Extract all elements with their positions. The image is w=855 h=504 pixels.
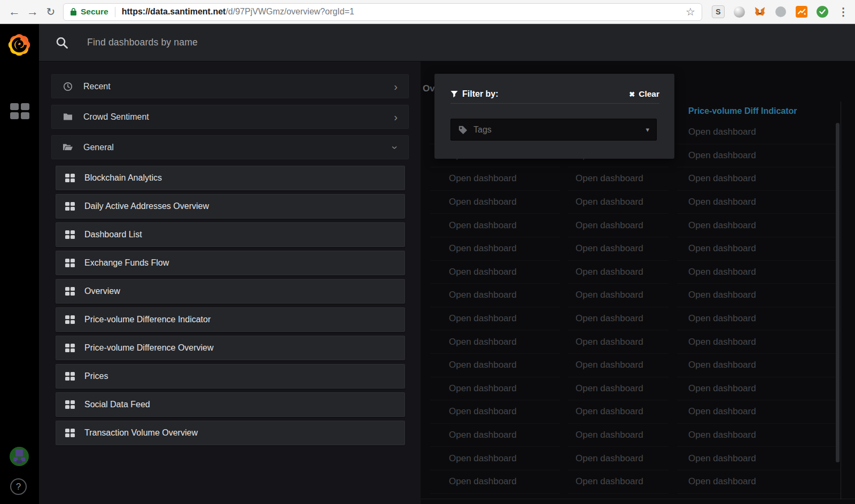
dashboard-list-item[interactable]: Daily Active Addresses Overview: [56, 194, 405, 219]
dashboard-grid-icon: [65, 372, 75, 381]
open-dashboard-link[interactable]: Open dashboard: [677, 307, 841, 331]
search-input[interactable]: Find dashboards by name: [87, 37, 198, 48]
open-dashboard-link[interactable]: Open dashboard: [677, 377, 841, 401]
open-dashboard-link[interactable]: Open dashboard: [430, 284, 560, 307]
open-dashboard-link[interactable]: Open dashboard: [430, 377, 560, 401]
open-dashboard-link[interactable]: Open dashboard: [677, 447, 841, 470]
dashboard-list-item[interactable]: Price-volume Difference Indicator: [56, 307, 405, 332]
dashboard-list-item[interactable]: Social Data Feed: [56, 392, 405, 417]
forward-button[interactable]: →: [24, 3, 42, 21]
section-general[interactable]: General ›: [51, 135, 409, 159]
open-dashboard-link[interactable]: Open dashboard: [568, 330, 669, 354]
open-dashboard-link[interactable]: Open dashboard: [430, 447, 560, 470]
open-dashboard-link[interactable]: Open dashboard: [568, 284, 669, 307]
omnibox-divider: [115, 7, 115, 17]
extension-s-icon[interactable]: S: [712, 5, 725, 18]
open-dashboard-link[interactable]: Open dashboard: [677, 237, 841, 261]
dashboard-list-item[interactable]: Price-volume Difference Overview: [56, 336, 405, 360]
tags-dropdown[interactable]: Tags ▾: [450, 119, 657, 141]
open-dashboard-link[interactable]: Open dashboard: [677, 121, 841, 144]
open-dashboard-link[interactable]: Open dashboard: [430, 424, 560, 447]
open-dashboard-link[interactable]: Open dashboard: [568, 307, 669, 331]
dashboards-nav-icon[interactable]: [10, 103, 29, 119]
open-dashboard-link[interactable]: Open dashboard: [568, 167, 669, 191]
folder-open-icon: [63, 143, 73, 151]
dashboard-list-item[interactable]: Exchange Funds Flow: [56, 251, 405, 275]
open-dashboard-link[interactable]: Open dashboard: [430, 400, 560, 424]
open-dashboard-link[interactable]: Open dashboard: [677, 400, 841, 424]
open-dashboard-link[interactable]: Open dashboard: [677, 214, 841, 237]
section-label: Recent: [83, 82, 111, 91]
open-dashboard-link[interactable]: Open dashboard: [430, 470, 560, 494]
dashboard-item-label: Prices: [84, 371, 108, 381]
dashboard-search-overlay: Recent › Crowd Sentiment › General › Blo…: [39, 61, 421, 504]
panel-scrollbar[interactable]: [836, 123, 840, 462]
analytics-icon[interactable]: [795, 5, 808, 18]
dashboard-list-item[interactable]: Transaction Volume Overview: [56, 421, 405, 445]
open-dashboard-link[interactable]: Open dashboard: [430, 167, 560, 191]
open-dashboard-link[interactable]: Open dashboard: [430, 330, 560, 354]
open-dashboard-link[interactable]: Open dashboard: [568, 237, 669, 261]
secure-label: Secure: [81, 7, 108, 17]
chat-bubble-icon[interactable]: [774, 5, 787, 18]
check-shield-icon[interactable]: [816, 5, 829, 18]
open-dashboard-link[interactable]: Open dashboard: [568, 191, 669, 214]
dashboard-item-label: Blockchain Analytics: [84, 173, 162, 183]
open-dashboard-link[interactable]: Open dashboard: [430, 261, 560, 284]
metamask-fox-icon[interactable]: [753, 5, 766, 18]
address-bar[interactable]: Secure https://data.santiment.net/d/97Pj…: [63, 3, 702, 21]
browser-menu-icon[interactable]: ⋮: [837, 5, 850, 18]
user-avatar[interactable]: [10, 447, 29, 466]
browser-toolbar: ← → ↻ Secure https://data.santiment.net/…: [0, 0, 855, 24]
open-dashboard-link[interactable]: Open dashboard: [430, 214, 560, 237]
background-column: Open dashboardOpen dashboardOpen dashboa…: [568, 102, 669, 499]
dashboard-list-item[interactable]: Blockchain Analytics: [56, 166, 405, 190]
dashboard-item-label: Overview: [84, 286, 120, 296]
open-dashboard-link[interactable]: Open dashboard: [430, 307, 560, 331]
reload-button[interactable]: ↻: [42, 3, 60, 21]
open-dashboard-link[interactable]: Open dashboard: [677, 354, 841, 377]
dashboard-grid-icon: [65, 287, 75, 296]
section-recent[interactable]: Recent ›: [51, 74, 409, 98]
open-dashboard-link[interactable]: Open dashboard: [677, 144, 841, 168]
dashboard-list-item[interactable]: Dashboard List: [56, 222, 405, 247]
dashboard-list-item[interactable]: Prices: [56, 364, 405, 389]
open-dashboard-link[interactable]: Open dashboard: [568, 377, 669, 401]
help-icon[interactable]: ?: [10, 478, 27, 495]
open-dashboard-link[interactable]: Open dashboard: [677, 191, 841, 214]
section-crowd-sentiment[interactable]: Crowd Sentiment ›: [51, 105, 409, 129]
open-dashboard-link[interactable]: Open dashboard: [568, 400, 669, 424]
dashboard-grid-icon: [65, 259, 75, 268]
open-dashboard-link[interactable]: Open dashboard: [430, 191, 560, 214]
open-dashboard-link[interactable]: Open dashboard: [677, 284, 841, 307]
open-dashboard-link[interactable]: Open dashboard: [430, 354, 560, 377]
lock-icon: [70, 7, 77, 16]
open-dashboard-link[interactable]: Open dashboard: [677, 330, 841, 354]
open-dashboard-link[interactable]: Open dashboard: [430, 237, 560, 261]
open-dashboard-link[interactable]: Open dashboard: [677, 424, 841, 447]
extension-sphere-icon[interactable]: [733, 5, 745, 18]
dashboard-item-label: Dashboard List: [84, 230, 142, 239]
open-dashboard-link[interactable]: Open dashboard: [568, 261, 669, 284]
open-dashboard-link[interactable]: Open dashboard: [568, 424, 669, 447]
dashboard-grid-icon: [65, 429, 75, 438]
back-button[interactable]: ←: [5, 3, 24, 21]
filter-underline: [450, 103, 659, 104]
search-bar[interactable]: Find dashboards by name: [39, 24, 855, 61]
filter-by-title: Filter by:: [450, 89, 499, 99]
funnel-icon: [450, 90, 458, 98]
grafana-logo-icon[interactable]: [6, 31, 33, 59]
open-dashboard-link[interactable]: Open dashboard: [677, 167, 841, 191]
open-dashboard-link[interactable]: Open dashboard: [677, 470, 841, 494]
open-dashboard-link[interactable]: Open dashboard: [677, 261, 841, 284]
dashboard-item-label: Exchange Funds Flow: [84, 258, 169, 268]
bookmark-star-icon[interactable]: ☆: [686, 5, 695, 18]
background-column: Price-volume Diff IndicatorOpen dashboar…: [677, 102, 841, 499]
open-dashboard-link[interactable]: Open dashboard: [568, 447, 669, 470]
clear-filter-button[interactable]: ✖ Clear: [629, 89, 659, 99]
dashboard-list-item[interactable]: Overview: [56, 279, 405, 304]
open-dashboard-link[interactable]: Open dashboard: [568, 470, 669, 494]
dashboard-grid-icon: [65, 344, 75, 353]
open-dashboard-link[interactable]: Open dashboard: [568, 354, 669, 377]
open-dashboard-link[interactable]: Open dashboard: [568, 214, 669, 237]
